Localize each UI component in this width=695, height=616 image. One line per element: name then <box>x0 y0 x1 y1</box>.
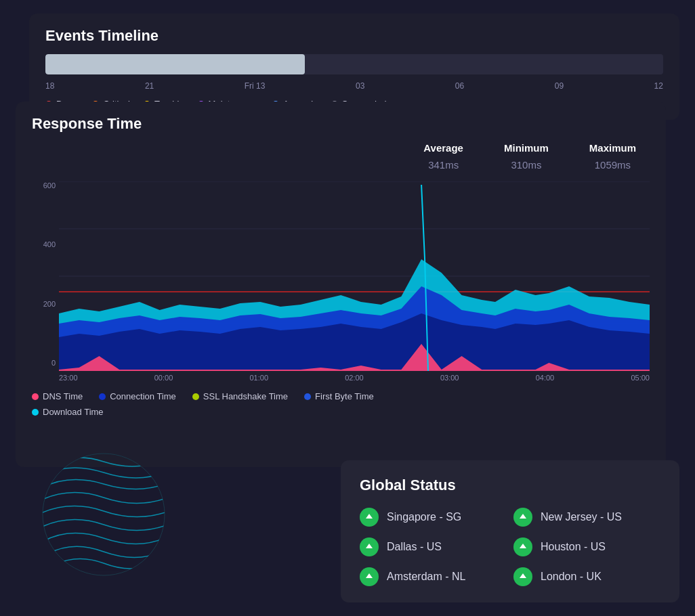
status-london: London - UK <box>513 567 660 586</box>
status-grid: Singapore - SG New Jersey - US Dallas - … <box>360 508 660 586</box>
x-label-2300: 23:00 <box>59 374 78 382</box>
location-houston: Houston - US <box>541 541 606 553</box>
response-time-title: Response Time <box>32 115 650 133</box>
status-singapore: Singapore - SG <box>360 508 507 527</box>
legend-label-connection: Connection Time <box>110 391 176 401</box>
svg-point-6 <box>43 454 165 575</box>
stat-minimum-value: 310ms <box>504 159 549 171</box>
status-up-icon-new-jersey <box>513 508 532 527</box>
events-timeline-title: Events Timeline <box>45 27 663 45</box>
stat-maximum-label: Maximum <box>589 142 636 154</box>
globe-decoration <box>36 447 171 582</box>
status-amsterdam: Amsterdam - NL <box>360 567 507 586</box>
up-arrow-icon-houston <box>518 542 528 552</box>
y-label-400: 400 <box>32 240 56 248</box>
location-dallas: Dallas - US <box>387 541 442 553</box>
globe-svg <box>36 447 171 582</box>
x-label-0000: 00:00 <box>154 374 173 382</box>
timeline-bar-fill <box>45 54 305 74</box>
status-up-icon-singapore <box>360 508 379 527</box>
download-legend-row: Download Time <box>32 407 650 417</box>
response-time-card: Response Time Average 341ms Minimum 310m… <box>16 102 666 467</box>
chart-legend: DNS Time Connection Time SSL Handshake T… <box>32 391 650 401</box>
stat-maximum-value: 1059ms <box>589 159 636 171</box>
legend-ssl: SSL Handshake Time <box>192 391 288 401</box>
timeline-bar-container <box>45 54 663 74</box>
status-dallas: Dallas - US <box>360 537 507 556</box>
tick-12: 12 <box>654 81 663 91</box>
location-amsterdam: Amsterdam - NL <box>387 571 465 583</box>
x-label-0400: 04:00 <box>536 374 555 382</box>
legend-dot-connection <box>99 393 106 400</box>
tick-09: 09 <box>555 81 564 91</box>
stat-average: Average 341ms <box>423 142 463 171</box>
legend-download: Download Time <box>32 407 650 417</box>
y-label-200: 200 <box>32 300 56 308</box>
main-container: Events Timeline 18 21 Fri 13 03 06 09 12… <box>16 14 679 602</box>
legend-dot-ssl <box>192 393 199 400</box>
location-singapore: Singapore - SG <box>387 511 461 523</box>
location-london: London - UK <box>541 571 602 583</box>
stat-minimum: Minimum 310ms <box>504 142 549 171</box>
legend-dot-first-byte <box>304 393 311 400</box>
stat-average-label: Average <box>423 142 463 154</box>
legend-connection: Connection Time <box>99 391 176 401</box>
timeline-ticks: 18 21 Fri 13 03 06 09 12 <box>45 81 663 91</box>
legend-dot-dns <box>32 393 39 400</box>
x-label-0200: 02:00 <box>345 374 364 382</box>
legend-label-download: Download Time <box>43 407 104 417</box>
status-new-jersey: New Jersey - US <box>513 508 660 527</box>
tick-06: 06 <box>455 81 464 91</box>
y-label-0: 0 <box>32 359 56 367</box>
legend-label-first-byte: First Byte Time <box>315 391 374 401</box>
global-status-title: Global Status <box>360 477 660 494</box>
status-up-icon-london <box>513 567 532 586</box>
status-up-icon-dallas <box>360 537 379 556</box>
stat-minimum-label: Minimum <box>504 142 549 154</box>
up-arrow-icon-amsterdam <box>364 572 374 581</box>
up-arrow-icon-london <box>518 572 528 581</box>
tick-18: 18 <box>45 81 54 91</box>
legend-first-byte: First Byte Time <box>304 391 374 401</box>
response-time-chart <box>59 181 650 371</box>
location-new-jersey: New Jersey - US <box>541 511 622 523</box>
status-houston: Houston - US <box>513 537 660 556</box>
up-arrow-icon-dallas <box>364 542 374 552</box>
svg-point-7 <box>43 454 165 575</box>
stat-average-value: 341ms <box>423 159 463 171</box>
legend-label-dns: DNS Time <box>43 391 83 401</box>
status-up-icon-houston <box>513 537 532 556</box>
up-arrow-icon-new-jersey <box>518 512 528 522</box>
tick-21: 21 <box>145 81 154 91</box>
legend-label-ssl: SSL Handshake Time <box>203 391 288 401</box>
legend-dot-download <box>32 409 39 416</box>
y-label-600: 600 <box>32 181 56 190</box>
stat-maximum: Maximum 1059ms <box>589 142 636 171</box>
x-label-0100: 01:00 <box>249 374 268 382</box>
stats-row: Average 341ms Minimum 310ms Maximum 1059… <box>32 142 650 171</box>
global-status-card: Global Status Singapore - SG New Jersey … <box>341 460 679 602</box>
x-label-0500: 05:00 <box>631 374 650 382</box>
tick-fri13: Fri 13 <box>245 81 266 91</box>
x-label-0300: 03:00 <box>440 374 459 382</box>
status-up-icon-amsterdam <box>360 567 379 586</box>
up-arrow-icon-singapore <box>364 512 374 522</box>
tick-03: 03 <box>356 81 364 91</box>
legend-dns: DNS Time <box>32 391 83 401</box>
